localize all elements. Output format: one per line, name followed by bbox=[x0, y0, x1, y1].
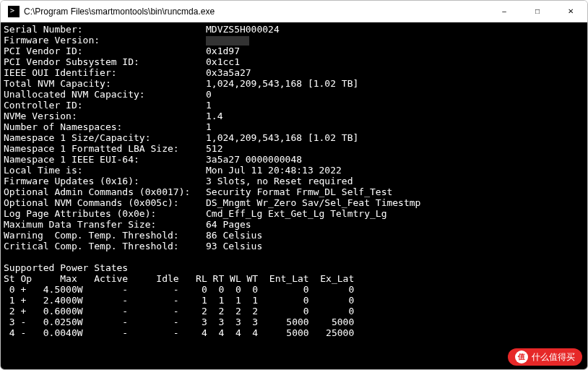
minimize-button[interactable]: – bbox=[488, 1, 521, 22]
close-button[interactable]: ✕ bbox=[554, 1, 587, 22]
terminal-output: Serial Number: MDVZS5H000024Firmware Ver… bbox=[1, 22, 587, 369]
redacted-value bbox=[206, 36, 249, 46]
titlebar[interactable]: C:\Program Files\smartmontools\bin\runcm… bbox=[1, 1, 587, 22]
watermark-text: 什么值得买 bbox=[532, 351, 575, 363]
terminal-icon bbox=[8, 6, 20, 17]
window-title: C:\Program Files\smartmontools\bin\runcm… bbox=[24, 7, 488, 17]
app-window: C:\Program Files\smartmontools\bin\runcm… bbox=[0, 0, 588, 370]
maximize-button[interactable]: □ bbox=[521, 1, 554, 22]
watermark: 值 什么值得买 bbox=[508, 348, 582, 366]
watermark-badge-icon: 值 bbox=[515, 350, 528, 363]
